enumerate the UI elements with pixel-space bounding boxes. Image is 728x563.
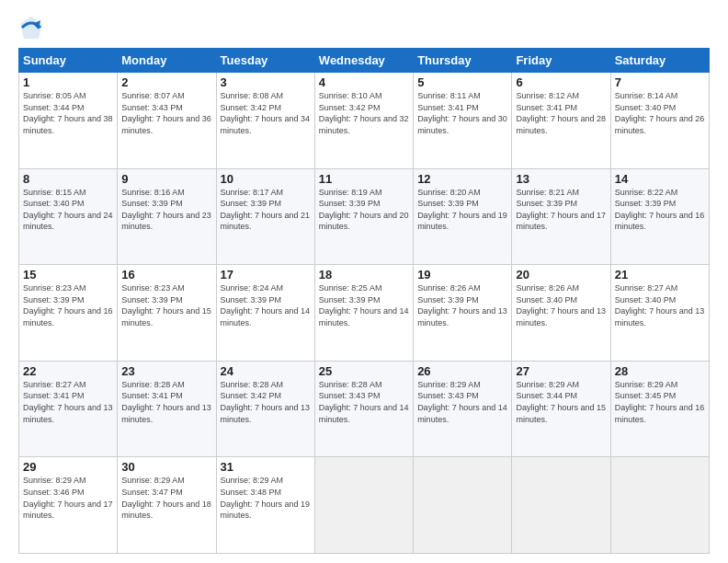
day-info: Sunrise: 8:28 AM Sunset: 3:42 PM Dayligh… (221, 379, 311, 425)
calendar-cell: 10 Sunrise: 8:17 AM Sunset: 3:39 PM Dayl… (216, 168, 314, 265)
sunrise-text: Sunrise: 8:14 AM (615, 91, 678, 100)
sunrise-text: Sunrise: 8:10 AM (319, 91, 382, 100)
sunset-text: Sunset: 3:41 PM (516, 103, 577, 112)
sunset-text: Sunset: 3:47 PM (121, 488, 183, 497)
calendar-cell: 20 Sunrise: 8:26 AM Sunset: 3:40 PM Dayl… (512, 265, 610, 362)
day-number: 20 (516, 268, 606, 282)
sunset-text: Sunset: 3:39 PM (615, 199, 677, 208)
day-number: 29 (23, 460, 113, 474)
daylight-text: Daylight: 7 hours and 16 minutes. (23, 306, 113, 327)
day-number: 2 (121, 75, 211, 89)
calendar-cell: 12 Sunrise: 8:20 AM Sunset: 3:39 PM Dayl… (414, 168, 512, 265)
sunrise-text: Sunrise: 8:22 AM (615, 188, 678, 197)
sunset-text: Sunset: 3:46 PM (23, 488, 85, 497)
sunrise-text: Sunrise: 8:29 AM (121, 476, 185, 485)
weekday-header-wednesday: Wednesday (314, 49, 413, 73)
day-info: Sunrise: 8:23 AM Sunset: 3:39 PM Dayligh… (121, 282, 211, 328)
day-info: Sunrise: 8:27 AM Sunset: 3:40 PM Dayligh… (615, 282, 705, 328)
calendar-cell: 9 Sunrise: 8:16 AM Sunset: 3:39 PM Dayli… (118, 168, 216, 265)
logo (18, 15, 51, 40)
sunset-text: Sunset: 3:40 PM (615, 103, 677, 112)
calendar-cell (414, 457, 512, 554)
sunrise-text: Sunrise: 8:21 AM (516, 188, 579, 197)
day-info: Sunrise: 8:27 AM Sunset: 3:41 PM Dayligh… (23, 379, 113, 425)
calendar-cell: 30 Sunrise: 8:29 AM Sunset: 3:47 PM Dayl… (118, 457, 216, 554)
day-number: 19 (417, 268, 507, 282)
calendar-cell: 27 Sunrise: 8:29 AM Sunset: 3:44 PM Dayl… (512, 361, 610, 457)
daylight-text: Daylight: 7 hours and 34 minutes. (221, 114, 311, 135)
day-number: 24 (221, 364, 311, 378)
weekday-header-row: SundayMondayTuesdayWednesdayThursdayFrid… (19, 49, 710, 73)
day-number: 31 (221, 460, 311, 474)
calendar-cell: 21 Sunrise: 8:27 AM Sunset: 3:40 PM Dayl… (610, 265, 709, 362)
sunset-text: Sunset: 3:39 PM (121, 199, 183, 208)
day-number: 13 (516, 172, 606, 186)
day-info: Sunrise: 8:17 AM Sunset: 3:39 PM Dayligh… (221, 187, 311, 233)
daylight-text: Daylight: 7 hours and 17 minutes. (23, 500, 113, 521)
day-number: 22 (23, 364, 113, 378)
day-info: Sunrise: 8:28 AM Sunset: 3:41 PM Dayligh… (121, 379, 211, 425)
day-number: 21 (615, 268, 705, 282)
day-info: Sunrise: 8:08 AM Sunset: 3:42 PM Dayligh… (221, 90, 311, 136)
sunrise-text: Sunrise: 8:26 AM (417, 283, 481, 293)
day-info: Sunrise: 8:07 AM Sunset: 3:43 PM Dayligh… (121, 90, 211, 136)
weekday-header-monday: Monday (118, 49, 216, 73)
sunrise-text: Sunrise: 8:20 AM (417, 188, 481, 197)
daylight-text: Daylight: 7 hours and 14 minutes. (417, 403, 507, 424)
daylight-text: Daylight: 7 hours and 13 minutes. (417, 306, 507, 327)
calendar-table: SundayMondayTuesdayWednesdayThursdayFrid… (18, 48, 710, 554)
calendar-cell: 6 Sunrise: 8:12 AM Sunset: 3:41 PM Dayli… (512, 73, 610, 169)
sunrise-text: Sunrise: 8:27 AM (615, 283, 678, 293)
day-info: Sunrise: 8:16 AM Sunset: 3:39 PM Dayligh… (121, 187, 211, 233)
daylight-text: Daylight: 7 hours and 38 minutes. (23, 114, 113, 135)
daylight-text: Daylight: 7 hours and 20 minutes. (319, 211, 409, 232)
daylight-text: Daylight: 7 hours and 15 minutes. (516, 403, 606, 424)
sunset-text: Sunset: 3:40 PM (615, 295, 677, 304)
daylight-text: Daylight: 7 hours and 30 minutes. (417, 114, 507, 135)
calendar-cell: 29 Sunrise: 8:29 AM Sunset: 3:46 PM Dayl… (19, 457, 118, 554)
weekday-header-thursday: Thursday (414, 49, 512, 73)
day-number: 14 (615, 172, 705, 186)
sunset-text: Sunset: 3:39 PM (221, 295, 282, 304)
day-number: 16 (121, 268, 211, 282)
sunset-text: Sunset: 3:40 PM (516, 295, 577, 304)
day-info: Sunrise: 8:29 AM Sunset: 3:45 PM Dayligh… (615, 379, 705, 425)
calendar-cell: 19 Sunrise: 8:26 AM Sunset: 3:39 PM Dayl… (414, 265, 512, 362)
daylight-text: Daylight: 7 hours and 36 minutes. (121, 114, 211, 135)
day-info: Sunrise: 8:19 AM Sunset: 3:39 PM Dayligh… (319, 187, 409, 233)
weekday-header-sunday: Sunday (19, 49, 118, 73)
sunrise-text: Sunrise: 8:29 AM (23, 476, 86, 485)
calendar-cell: 8 Sunrise: 8:15 AM Sunset: 3:40 PM Dayli… (19, 168, 118, 265)
calendar-cell: 24 Sunrise: 8:28 AM Sunset: 3:42 PM Dayl… (216, 361, 314, 457)
sunset-text: Sunset: 3:43 PM (417, 391, 479, 400)
sunset-text: Sunset: 3:40 PM (23, 199, 85, 208)
day-info: Sunrise: 8:29 AM Sunset: 3:47 PM Dayligh… (121, 475, 211, 521)
sunrise-text: Sunrise: 8:29 AM (516, 380, 579, 389)
daylight-text: Daylight: 7 hours and 26 minutes. (615, 114, 705, 135)
day-info: Sunrise: 8:21 AM Sunset: 3:39 PM Dayligh… (516, 187, 606, 233)
calendar-cell: 15 Sunrise: 8:23 AM Sunset: 3:39 PM Dayl… (19, 265, 118, 362)
day-info: Sunrise: 8:24 AM Sunset: 3:39 PM Dayligh… (221, 282, 311, 328)
sunrise-text: Sunrise: 8:05 AM (23, 91, 86, 100)
day-info: Sunrise: 8:25 AM Sunset: 3:39 PM Dayligh… (319, 282, 409, 328)
day-info: Sunrise: 8:29 AM Sunset: 3:48 PM Dayligh… (221, 475, 311, 521)
sunset-text: Sunset: 3:42 PM (221, 103, 282, 112)
day-number: 9 (121, 172, 211, 186)
daylight-text: Daylight: 7 hours and 13 minutes. (23, 403, 113, 424)
sunset-text: Sunset: 3:39 PM (516, 199, 577, 208)
sunrise-text: Sunrise: 8:28 AM (319, 380, 382, 389)
day-number: 15 (23, 268, 113, 282)
sunrise-text: Sunrise: 8:25 AM (319, 283, 382, 293)
day-number: 4 (319, 75, 409, 89)
calendar-cell: 2 Sunrise: 8:07 AM Sunset: 3:43 PM Dayli… (118, 73, 216, 169)
sunrise-text: Sunrise: 8:29 AM (417, 380, 481, 389)
calendar-cell: 22 Sunrise: 8:27 AM Sunset: 3:41 PM Dayl… (19, 361, 118, 457)
sunrise-text: Sunrise: 8:28 AM (121, 380, 185, 389)
calendar-cell: 28 Sunrise: 8:29 AM Sunset: 3:45 PM Dayl… (610, 361, 709, 457)
day-info: Sunrise: 8:11 AM Sunset: 3:41 PM Dayligh… (417, 90, 507, 136)
day-number: 5 (417, 75, 507, 89)
sunset-text: Sunset: 3:48 PM (221, 488, 282, 497)
daylight-text: Daylight: 7 hours and 16 minutes. (615, 403, 705, 424)
day-number: 30 (121, 460, 211, 474)
day-number: 7 (615, 75, 705, 89)
